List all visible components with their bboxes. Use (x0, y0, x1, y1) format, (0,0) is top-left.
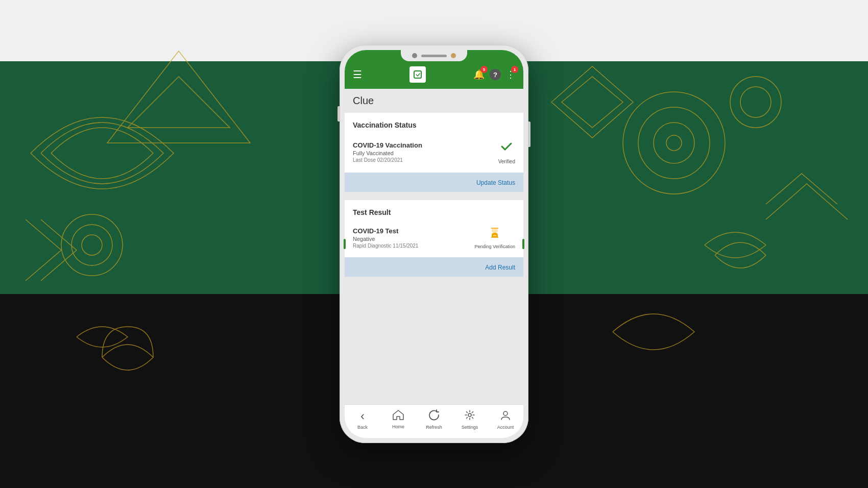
app-logo (409, 66, 426, 83)
test-result-item-row: COVID-19 Test Negative Rapid Diagnostic … (353, 223, 515, 253)
settings-icon (464, 409, 475, 423)
test-result-card: Test Result COVID-19 Test Negative Rapid… (345, 200, 523, 277)
front-camera (412, 53, 417, 58)
refresh-icon (428, 409, 440, 423)
svg-point-4 (638, 107, 710, 179)
pending-label: Pending Verification (474, 244, 515, 249)
nav-settings-label: Settings (462, 425, 478, 430)
more-options-button[interactable]: ⋮ 1 (506, 69, 515, 80)
vaccination-item-subtitle: Fully Vaccinated (353, 150, 422, 156)
account-icon (500, 409, 511, 423)
notifications-badge: 5 (480, 66, 488, 73)
test-result-status-indicator: Pending Verification (474, 227, 515, 249)
power-button (528, 121, 531, 147)
verified-label: Verified (498, 159, 515, 164)
nav-account-label: Account (497, 425, 514, 430)
phone-accent-left (344, 239, 346, 249)
vaccination-item-title: COVID-19 Vaccination (353, 141, 422, 149)
nav-refresh[interactable]: Refresh (421, 409, 447, 430)
svg-point-8 (740, 87, 771, 117)
vaccination-status-card: Vaccination Status COVID-19 Vaccination … (345, 113, 523, 192)
page-title: Clue (353, 95, 515, 107)
nav-home[interactable]: Home (385, 410, 411, 429)
nav-settings[interactable]: Settings (457, 409, 483, 430)
speaker (421, 55, 447, 57)
svg-point-7 (730, 77, 781, 128)
svg-point-5 (654, 123, 694, 163)
help-button[interactable]: ? (490, 69, 501, 80)
nav-back-label: Back (357, 425, 368, 430)
card-spacer (345, 194, 523, 198)
nav-refresh-label: Refresh (426, 425, 442, 430)
back-icon: ‹ (360, 409, 365, 423)
bottom-spacer (345, 279, 523, 320)
phone-notch (401, 50, 467, 61)
page-title-bar: Clue (345, 89, 523, 111)
test-result-item-info: COVID-19 Test Negative Rapid Diagnostic … (353, 227, 418, 249)
svg-point-6 (666, 135, 682, 151)
volume-button (337, 106, 340, 121)
hamburger-menu-icon[interactable]: ☰ (353, 68, 362, 81)
test-result-item-subtitle: Negative (353, 236, 418, 242)
phone-accent-right (522, 239, 524, 249)
svg-point-12 (468, 413, 471, 417)
vaccination-action-bar[interactable]: Update Status (345, 173, 523, 192)
hourglass-icon (489, 227, 501, 242)
phone-screen: ☰ 🔔 5 ? ⋮ (345, 50, 523, 438)
nav-home-label: Home (392, 424, 404, 429)
update-status-button[interactable]: Update Status (476, 179, 515, 186)
sensor (451, 53, 456, 58)
phone-wrapper: ☰ 🔔 5 ? ⋮ (340, 45, 528, 443)
app-content: Clue Vaccination Status COVID-19 Vaccina… (345, 89, 523, 404)
notifications-button[interactable]: 🔔 5 (473, 69, 485, 80)
home-icon (393, 410, 404, 423)
test-result-item-meta: Rapid Diagnostic 11/15/2021 (353, 243, 418, 249)
vaccination-item-meta: Last Dose 02/20/2021 (353, 157, 422, 163)
nav-back[interactable]: ‹ Back (350, 409, 375, 430)
vaccination-item-row: COVID-19 Vaccination Fully Vaccinated La… (353, 135, 515, 168)
test-result-card-title: Test Result (353, 208, 515, 216)
add-result-button[interactable]: Add Result (485, 264, 515, 271)
svg-point-2 (82, 235, 102, 255)
test-result-action-bar[interactable]: Add Result (345, 257, 523, 277)
test-result-item-title: COVID-19 Test (353, 227, 418, 235)
phone-frame: ☰ 🔔 5 ? ⋮ (340, 45, 528, 443)
vaccination-item-info: COVID-19 Vaccination Fully Vaccinated La… (353, 141, 422, 163)
vaccination-card-title: Vaccination Status (353, 121, 515, 129)
svg-point-13 (503, 411, 508, 416)
verified-checkmark-icon (499, 139, 514, 157)
more-badge: 1 (511, 66, 518, 73)
nav-account[interactable]: Account (493, 409, 518, 430)
svg-point-1 (71, 225, 112, 265)
bottom-nav: ‹ Back Home (345, 404, 523, 438)
header-action-icons: 🔔 5 ? ⋮ 1 (473, 69, 515, 80)
vaccination-status-indicator: Verified (498, 139, 515, 164)
svg-rect-9 (414, 71, 421, 78)
